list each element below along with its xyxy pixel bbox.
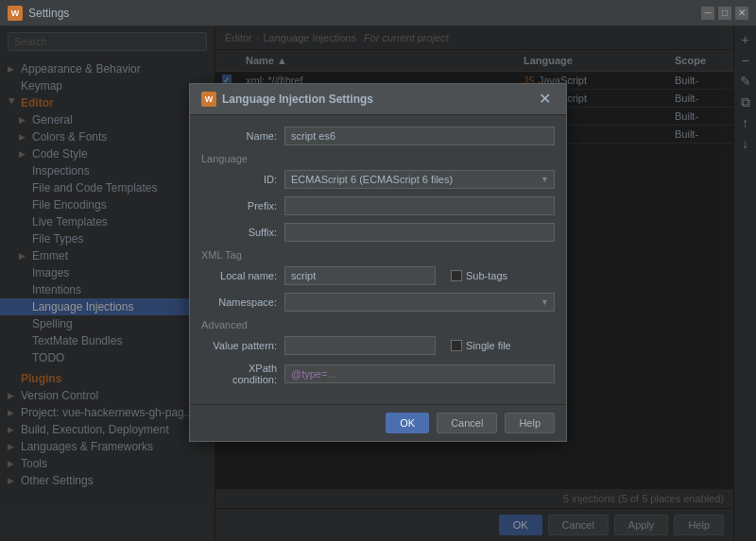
- id-label: ID:: [201, 174, 277, 185]
- sub-tags-checkbox[interactable]: [451, 270, 462, 281]
- modal-footer: OK Cancel Help: [190, 404, 566, 441]
- modal-cancel-button[interactable]: Cancel: [437, 413, 497, 433]
- local-name-label: Local name:: [201, 270, 277, 281]
- name-label: Name:: [201, 130, 277, 142]
- namespace-select-wrapper: [284, 293, 555, 312]
- xpath-attr: @type=: [291, 368, 327, 380]
- value-pattern-input[interactable]: [284, 336, 436, 355]
- xml-tag-section-label: XML Tag: [201, 249, 555, 261]
- local-name-input[interactable]: [284, 266, 436, 285]
- xpath-input[interactable]: @type=...: [284, 364, 555, 383]
- sub-tags-wrapper: Sub-tags: [451, 270, 507, 281]
- prefix-input[interactable]: [284, 196, 555, 215]
- id-select[interactable]: ECMAScript 6 (ECMAScript 6 files): [284, 170, 555, 189]
- modal-ok-button[interactable]: OK: [386, 413, 429, 433]
- prefix-label: Prefix:: [201, 200, 277, 211]
- close-button[interactable]: ✕: [735, 7, 748, 20]
- xpath-val: ...: [327, 368, 335, 380]
- modal-body: Name: Language ID: ECMAScript 6 (ECMAScr…: [190, 115, 566, 404]
- window-title: Settings: [28, 7, 69, 20]
- title-bar-left: W Settings: [8, 6, 69, 21]
- minimize-button[interactable]: ─: [701, 7, 714, 20]
- xpath-label: XPath condition:: [201, 363, 277, 385]
- single-file-checkbox[interactable]: [451, 340, 462, 351]
- modal-icon: W: [201, 92, 216, 107]
- app-icon: W: [8, 6, 23, 21]
- name-input[interactable]: [284, 127, 555, 145]
- id-select-wrapper: ECMAScript 6 (ECMAScript 6 files): [284, 170, 555, 189]
- suffix-label: Suffix:: [201, 227, 277, 238]
- prefix-row: Prefix:: [201, 196, 555, 215]
- xpath-row: XPath condition: @type=...: [201, 363, 555, 385]
- modal-help-button[interactable]: Help: [505, 413, 555, 433]
- suffix-input[interactable]: [284, 223, 555, 242]
- window-controls: ─ □ ✕: [701, 7, 748, 20]
- local-name-row: Local name: Sub-tags: [201, 266, 555, 285]
- id-row: ID: ECMAScript 6 (ECMAScript 6 files): [201, 170, 555, 189]
- sub-tags-label: Sub-tags: [466, 270, 507, 281]
- modal-header: W Language Injection Settings ✕: [190, 84, 566, 115]
- modal-overlay: W Language Injection Settings ✕ Name: La…: [0, 26, 756, 541]
- language-injection-modal: W Language Injection Settings ✕ Name: La…: [189, 83, 567, 442]
- single-file-label: Single file: [466, 340, 511, 351]
- advanced-section-label: Advanced: [201, 319, 555, 330]
- maximize-button[interactable]: □: [718, 7, 731, 20]
- modal-title-text: Language Injection Settings: [222, 93, 373, 106]
- single-file-wrapper: Single file: [451, 340, 511, 351]
- suffix-row: Suffix:: [201, 223, 555, 242]
- name-row: Name:: [201, 127, 555, 145]
- value-pattern-label: Value pattern:: [201, 340, 277, 351]
- namespace-select[interactable]: [284, 293, 555, 312]
- namespace-row: Namespace:: [201, 293, 555, 312]
- value-pattern-row: Value pattern: Single file: [201, 336, 555, 355]
- modal-close-button[interactable]: ✕: [535, 92, 555, 107]
- language-section-label: Language: [201, 153, 555, 164]
- namespace-label: Namespace:: [201, 296, 277, 308]
- title-bar: W Settings ─ □ ✕: [0, 0, 756, 26]
- modal-title: W Language Injection Settings: [201, 92, 373, 107]
